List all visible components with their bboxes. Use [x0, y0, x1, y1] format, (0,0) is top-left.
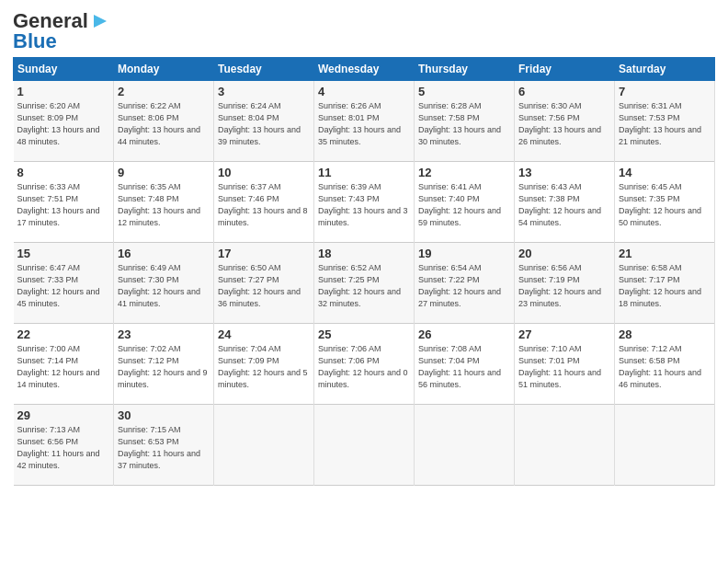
day-number: 30: [118, 408, 210, 422]
cell-info: Sunrise: 6:58 AMSunset: 7:17 PMDaylight:…: [619, 262, 711, 310]
cell-info: Sunrise: 6:20 AMSunset: 8:09 PMDaylight:…: [17, 100, 110, 148]
calendar-cell: 20Sunrise: 6:56 AMSunset: 7:19 PMDayligh…: [515, 243, 615, 324]
header-monday: Monday: [114, 58, 214, 81]
calendar-body: 1Sunrise: 6:20 AMSunset: 8:09 PMDaylight…: [14, 81, 715, 486]
day-number: 22: [17, 327, 110, 341]
cell-info: Sunrise: 6:22 AMSunset: 8:06 PMDaylight:…: [118, 100, 210, 148]
calendar-cell: [314, 405, 415, 486]
day-number: 16: [118, 247, 210, 260]
day-number: 7: [619, 85, 711, 98]
calendar-cell: [515, 405, 615, 486]
calendar-cell: 7Sunrise: 6:31 AMSunset: 7:53 PMDaylight…: [615, 81, 715, 162]
calendar-cell: [214, 405, 314, 486]
calendar-cell: 17Sunrise: 6:50 AMSunset: 7:27 PMDayligh…: [214, 243, 314, 324]
day-number: 17: [218, 247, 310, 260]
cell-info: Sunrise: 7:08 AMSunset: 7:04 PMDaylight:…: [418, 343, 510, 391]
cell-info: Sunrise: 6:50 AMSunset: 7:27 PMDaylight:…: [218, 262, 310, 310]
calendar-week-1: 8Sunrise: 6:33 AMSunset: 7:51 PMDaylight…: [14, 162, 715, 243]
day-number: 3: [218, 85, 310, 98]
cell-info: Sunrise: 6:41 AMSunset: 7:40 PMDaylight:…: [418, 181, 510, 229]
header-row: General Blue: [13, 9, 715, 53]
calendar-cell: 12Sunrise: 6:41 AMSunset: 7:40 PMDayligh…: [415, 162, 515, 243]
calendar-cell: 26Sunrise: 7:08 AMSunset: 7:04 PMDayligh…: [415, 324, 515, 405]
day-number: 14: [619, 166, 711, 179]
calendar-cell: 6Sunrise: 6:30 AMSunset: 7:56 PMDaylight…: [515, 81, 615, 162]
day-number: 12: [418, 166, 510, 179]
day-number: 21: [619, 247, 711, 260]
day-number: 6: [518, 85, 610, 98]
calendar-cell: 27Sunrise: 7:10 AMSunset: 7:01 PMDayligh…: [515, 324, 615, 405]
header-friday: Friday: [515, 58, 615, 81]
cell-info: Sunrise: 6:30 AMSunset: 7:56 PMDaylight:…: [518, 100, 610, 148]
cell-info: Sunrise: 7:00 AMSunset: 7:14 PMDaylight:…: [17, 343, 110, 391]
calendar-cell: 14Sunrise: 6:45 AMSunset: 7:35 PMDayligh…: [615, 162, 715, 243]
calendar-week-4: 29Sunrise: 7:13 AMSunset: 6:56 PMDayligh…: [14, 405, 715, 486]
day-number: 4: [318, 85, 410, 98]
calendar-cell: 29Sunrise: 7:13 AMSunset: 6:56 PMDayligh…: [14, 405, 114, 486]
day-number: 29: [17, 408, 110, 422]
cell-info: Sunrise: 6:37 AMSunset: 7:46 PMDaylight:…: [218, 181, 310, 229]
day-number: 10: [218, 166, 310, 179]
day-number: 5: [418, 85, 510, 98]
cell-info: Sunrise: 6:35 AMSunset: 7:48 PMDaylight:…: [118, 181, 210, 229]
day-number: 24: [218, 327, 310, 341]
calendar-cell: 5Sunrise: 6:28 AMSunset: 7:58 PMDaylight…: [415, 81, 515, 162]
calendar-cell: 8Sunrise: 6:33 AMSunset: 7:51 PMDaylight…: [14, 162, 114, 243]
day-number: 1: [17, 85, 110, 98]
calendar-cell: 22Sunrise: 7:00 AMSunset: 7:14 PMDayligh…: [14, 324, 114, 405]
header-thursday: Thursday: [415, 58, 515, 81]
cell-info: Sunrise: 7:06 AMSunset: 7:06 PMDaylight:…: [318, 343, 410, 391]
calendar-week-2: 15Sunrise: 6:47 AMSunset: 7:33 PMDayligh…: [14, 243, 715, 324]
day-number: 11: [318, 166, 410, 179]
calendar-cell: 9Sunrise: 6:35 AMSunset: 7:48 PMDaylight…: [114, 162, 214, 243]
calendar-table: SundayMondayTuesdayWednesdayThursdayFrid…: [13, 57, 715, 486]
calendar-cell: 11Sunrise: 6:39 AMSunset: 7:43 PMDayligh…: [314, 162, 415, 243]
cell-info: Sunrise: 6:31 AMSunset: 7:53 PMDaylight:…: [619, 100, 711, 148]
day-number: 13: [518, 166, 610, 179]
day-number: 27: [518, 327, 610, 341]
cell-info: Sunrise: 6:28 AMSunset: 7:58 PMDaylight:…: [418, 100, 510, 148]
day-number: 8: [17, 166, 110, 179]
cell-info: Sunrise: 7:12 AMSunset: 6:58 PMDaylight:…: [619, 343, 711, 391]
calendar-cell: 25Sunrise: 7:06 AMSunset: 7:06 PMDayligh…: [314, 324, 415, 405]
svg-marker-0: [94, 15, 107, 28]
day-number: 2: [118, 85, 210, 98]
day-number: 25: [318, 327, 410, 341]
calendar-header: SundayMondayTuesdayWednesdayThursdayFrid…: [14, 58, 715, 81]
logo: General Blue: [13, 9, 110, 53]
calendar-cell: [615, 405, 715, 486]
header-saturday: Saturday: [615, 58, 715, 81]
cell-info: Sunrise: 6:56 AMSunset: 7:19 PMDaylight:…: [518, 262, 610, 310]
calendar-cell: 16Sunrise: 6:49 AMSunset: 7:30 PMDayligh…: [114, 243, 214, 324]
calendar-cell: 21Sunrise: 6:58 AMSunset: 7:17 PMDayligh…: [615, 243, 715, 324]
header-row-days: SundayMondayTuesdayWednesdayThursdayFrid…: [14, 58, 715, 81]
day-number: 26: [418, 327, 510, 341]
calendar-cell: 3Sunrise: 6:24 AMSunset: 8:04 PMDaylight…: [214, 81, 314, 162]
calendar-week-0: 1Sunrise: 6:20 AMSunset: 8:09 PMDaylight…: [14, 81, 715, 162]
cell-info: Sunrise: 7:13 AMSunset: 6:56 PMDaylight:…: [17, 424, 110, 472]
cell-info: Sunrise: 6:47 AMSunset: 7:33 PMDaylight:…: [17, 262, 110, 310]
cell-info: Sunrise: 6:33 AMSunset: 7:51 PMDaylight:…: [17, 181, 110, 229]
calendar-cell: 4Sunrise: 6:26 AMSunset: 8:01 PMDaylight…: [314, 81, 415, 162]
calendar-cell: [415, 405, 515, 486]
header-tuesday: Tuesday: [214, 58, 314, 81]
cell-info: Sunrise: 7:04 AMSunset: 7:09 PMDaylight:…: [218, 343, 310, 391]
page-container: General Blue SundayMondayTuesdayWednesda…: [0, 0, 728, 495]
calendar-cell: 28Sunrise: 7:12 AMSunset: 6:58 PMDayligh…: [615, 324, 715, 405]
day-number: 19: [418, 247, 510, 260]
logo-arrow-icon: [90, 11, 110, 31]
cell-info: Sunrise: 6:26 AMSunset: 8:01 PMDaylight:…: [318, 100, 410, 148]
cell-info: Sunrise: 7:10 AMSunset: 7:01 PMDaylight:…: [518, 343, 610, 391]
day-number: 23: [118, 327, 210, 341]
calendar-cell: 15Sunrise: 6:47 AMSunset: 7:33 PMDayligh…: [14, 243, 114, 324]
calendar-cell: 18Sunrise: 6:52 AMSunset: 7:25 PMDayligh…: [314, 243, 415, 324]
logo-blue: Blue: [13, 29, 57, 53]
day-number: 28: [619, 327, 711, 341]
cell-info: Sunrise: 6:24 AMSunset: 8:04 PMDaylight:…: [218, 100, 310, 148]
cell-info: Sunrise: 6:43 AMSunset: 7:38 PMDaylight:…: [518, 181, 610, 229]
cell-info: Sunrise: 6:54 AMSunset: 7:22 PMDaylight:…: [418, 262, 510, 310]
calendar-cell: 19Sunrise: 6:54 AMSunset: 7:22 PMDayligh…: [415, 243, 515, 324]
day-number: 9: [118, 166, 210, 179]
calendar-cell: 13Sunrise: 6:43 AMSunset: 7:38 PMDayligh…: [515, 162, 615, 243]
header-sunday: Sunday: [14, 58, 114, 81]
